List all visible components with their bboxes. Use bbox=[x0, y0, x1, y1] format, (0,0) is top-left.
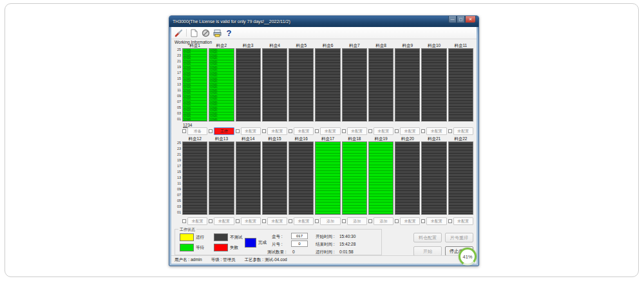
cassette-footnote-link[interactable]: 1234 bbox=[183, 123, 192, 127]
cassette-state-button[interactable]: 工作 bbox=[214, 127, 234, 135]
row-label: 09 bbox=[173, 95, 181, 98]
cassette-row-text: 12345 bbox=[210, 101, 217, 104]
cassette-row bbox=[183, 212, 207, 214]
cassette-row bbox=[449, 118, 473, 121]
help-icon[interactable]: ? bbox=[225, 29, 233, 37]
cassette-checkbox[interactable] bbox=[209, 219, 213, 223]
cassette-state-button[interactable]: 未配置 bbox=[241, 127, 261, 135]
cassette-row bbox=[316, 212, 339, 214]
start-time-value: 15:40:30 bbox=[339, 234, 355, 239]
cassette-button-cell: 未配置 bbox=[448, 127, 473, 135]
legend-item: 不测试 bbox=[214, 233, 243, 241]
cassette-button-cell: 未配置 bbox=[236, 217, 261, 225]
cassette-state-button[interactable]: 添加 bbox=[374, 217, 393, 225]
cassette-state-button[interactable]: 未配置 bbox=[347, 127, 367, 135]
box-number-input[interactable] bbox=[291, 233, 308, 239]
slice-number-label: 片号 : bbox=[272, 242, 283, 248]
cassette-row-text: 12345 bbox=[210, 57, 217, 60]
row-label: 21 bbox=[173, 153, 181, 157]
cassette-row-text: 12345 bbox=[210, 95, 217, 98]
cassette-state-button[interactable]: 未配置 bbox=[453, 217, 473, 225]
cassette-row-text: 12345 bbox=[210, 78, 217, 80]
renumber-button[interactable]: 片号重排 bbox=[445, 233, 473, 242]
cassette-checkbox[interactable] bbox=[289, 129, 292, 133]
cassette-row-text: 12345 bbox=[210, 104, 217, 106]
cassette-checkbox[interactable] bbox=[342, 219, 346, 223]
cassette-state-button[interactable]: 未配置 bbox=[426, 127, 446, 135]
cassette-checkbox[interactable] bbox=[368, 219, 372, 223]
cassette-checkbox[interactable] bbox=[448, 129, 452, 133]
cassette-grid-top: 1234512345123451234512345123451234512345… bbox=[182, 48, 473, 122]
close-button[interactable]: ✕ bbox=[465, 16, 476, 23]
cassette-state-button[interactable]: 未配置 bbox=[241, 217, 261, 225]
cassette-state-button[interactable]: 未配置 bbox=[400, 217, 420, 225]
titlebar[interactable]: TH3000(The License is valid for only 79 … bbox=[169, 16, 478, 27]
cassette-column bbox=[289, 141, 314, 215]
start-button[interactable]: 开始 bbox=[413, 246, 442, 256]
cassette-checkbox[interactable] bbox=[421, 219, 425, 223]
cassette-row-text: 12345 bbox=[184, 118, 191, 121]
cassette-checkbox[interactable] bbox=[182, 129, 186, 133]
statusbar-level: 等级 : 管理员 bbox=[211, 257, 236, 263]
cassette-checkbox[interactable] bbox=[182, 219, 186, 223]
cassette-checkbox[interactable] bbox=[315, 129, 319, 133]
cassette-checkbox[interactable] bbox=[421, 129, 425, 133]
config-tool-icon[interactable] bbox=[175, 29, 183, 37]
cassette-row bbox=[343, 212, 366, 214]
statusbar: 用户名 : admin 等级 : 管理员 工艺参数 : 测试-04.cod bbox=[171, 255, 477, 264]
cassette-state-button[interactable]: 未配置 bbox=[267, 127, 287, 135]
cassette-state-button[interactable]: 未配置 bbox=[294, 127, 314, 135]
cassette-checkbox[interactable] bbox=[262, 129, 266, 133]
cassette-state-button[interactable]: 未配置 bbox=[453, 127, 473, 135]
row-label: 25 bbox=[173, 48, 181, 52]
row-label: 17 bbox=[173, 71, 181, 75]
cassette-row-text: 12345 bbox=[184, 75, 191, 77]
new-document-icon[interactable] bbox=[190, 29, 198, 37]
cassette-button-cell: 未配置 bbox=[342, 127, 367, 135]
cassette-state-button[interactable]: 添加 bbox=[347, 217, 367, 225]
cassette-checkbox[interactable] bbox=[368, 129, 372, 133]
bin-config-button[interactable]: 料仓配置 bbox=[413, 233, 442, 242]
cassette-state-button[interactable]: 未配置 bbox=[374, 127, 393, 135]
cassette-column: 1234512345123451234512345123451234512345… bbox=[209, 48, 234, 122]
cassette-state-button[interactable]: 未配置 bbox=[426, 217, 446, 225]
printer-icon[interactable] bbox=[213, 29, 222, 37]
cassette-state-button[interactable]: 未配置 bbox=[400, 127, 420, 135]
cassette-row-text: 12345 bbox=[210, 84, 217, 86]
cassette-state-button[interactable]: 未配置 bbox=[187, 217, 207, 225]
cassette-column bbox=[236, 48, 261, 122]
cassette-state-button[interactable]: 未配置 bbox=[320, 127, 340, 135]
cassette-column bbox=[395, 141, 420, 215]
cassette-checkbox[interactable] bbox=[342, 129, 346, 133]
cassette-row-text: 12345 bbox=[210, 51, 217, 54]
cassette-state-button[interactable]: 未配置 bbox=[267, 217, 287, 225]
cassette-row-text: 12345 bbox=[184, 78, 191, 80]
cassette-checkbox[interactable] bbox=[448, 219, 452, 223]
legend-item: 运行 bbox=[180, 233, 204, 241]
cassette-checkbox[interactable] bbox=[209, 129, 213, 133]
cassette-checkbox[interactable] bbox=[289, 219, 292, 223]
cassette-checkbox[interactable] bbox=[236, 129, 240, 133]
cassette-state-button[interactable]: 添加 bbox=[320, 217, 340, 225]
cassette-checkbox[interactable] bbox=[395, 219, 399, 223]
cassette-state-button[interactable]: 准备 bbox=[187, 127, 207, 135]
cassette-state-button[interactable]: 未配置 bbox=[214, 217, 234, 225]
maximize-button[interactable]: ▢ bbox=[457, 16, 465, 23]
cassette-checkbox[interactable] bbox=[236, 219, 240, 223]
minimize-button[interactable]: — bbox=[448, 16, 457, 23]
legend-label: 运行 bbox=[196, 235, 204, 240]
cassette-row-text: 12345 bbox=[210, 55, 217, 57]
cassette-row-text: 12345 bbox=[210, 109, 217, 112]
cassette-row-text: 12345 bbox=[184, 63, 191, 66]
row-label: 15 bbox=[173, 170, 181, 174]
cassette-checkbox[interactable] bbox=[315, 219, 319, 223]
cassette-checkbox[interactable] bbox=[262, 219, 266, 223]
slice-number-input[interactable] bbox=[291, 240, 308, 247]
row-label: 07 bbox=[173, 100, 181, 104]
eraser-icon[interactable] bbox=[202, 29, 210, 37]
cassette-state-button[interactable]: 未配置 bbox=[294, 217, 314, 225]
cassette-row-text: 12345 bbox=[184, 107, 191, 109]
row-label: 21 bbox=[173, 60, 181, 64]
cassette-checkbox[interactable] bbox=[395, 129, 399, 133]
client-area: ? Working Information 料盒1料盒2料盒3料盒4料盒5料盒6… bbox=[171, 27, 477, 264]
